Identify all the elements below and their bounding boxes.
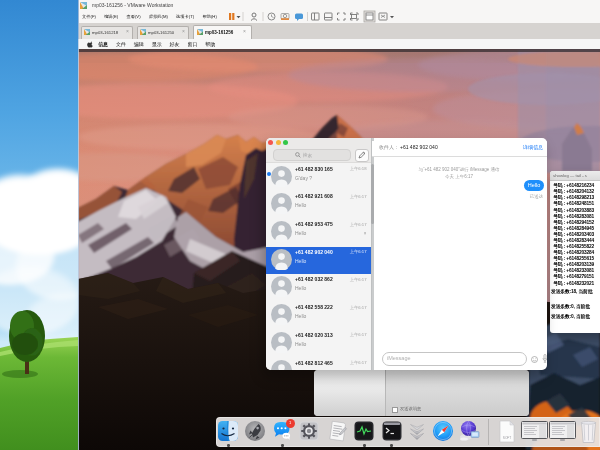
svg-text:SOFT: SOFT	[503, 436, 512, 440]
